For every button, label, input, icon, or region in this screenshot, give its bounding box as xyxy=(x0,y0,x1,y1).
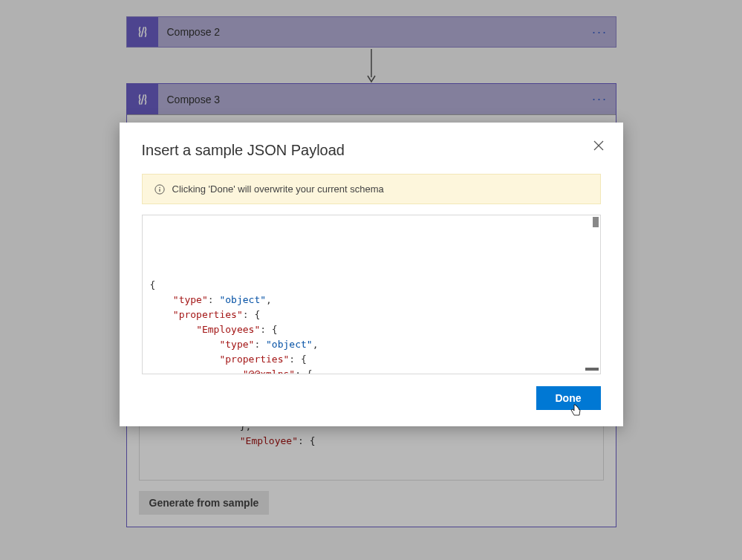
close-icon[interactable] xyxy=(593,140,604,153)
json-payload-input[interactable]: { "type": "object", "properties": { "Emp… xyxy=(142,215,601,374)
done-button-label: Done xyxy=(556,392,582,404)
json-payload-modal: Insert a sample JSON Payload Clicking 'D… xyxy=(120,123,623,426)
info-icon xyxy=(154,184,165,195)
svg-point-4 xyxy=(159,186,160,187)
scrollbar-thumb[interactable] xyxy=(585,368,599,371)
scrollbar-thumb[interactable] xyxy=(593,217,599,227)
modal-overlay: Insert a sample JSON Payload Clicking 'D… xyxy=(0,0,742,560)
modal-footer: Done xyxy=(142,386,601,410)
modal-title: Insert a sample JSON Payload xyxy=(142,142,601,159)
done-button[interactable]: Done xyxy=(536,386,601,410)
info-banner: Clicking 'Done' will overwrite your curr… xyxy=(142,174,601,204)
cursor-icon xyxy=(570,404,582,417)
info-banner-text: Clicking 'Done' will overwrite your curr… xyxy=(172,183,384,195)
